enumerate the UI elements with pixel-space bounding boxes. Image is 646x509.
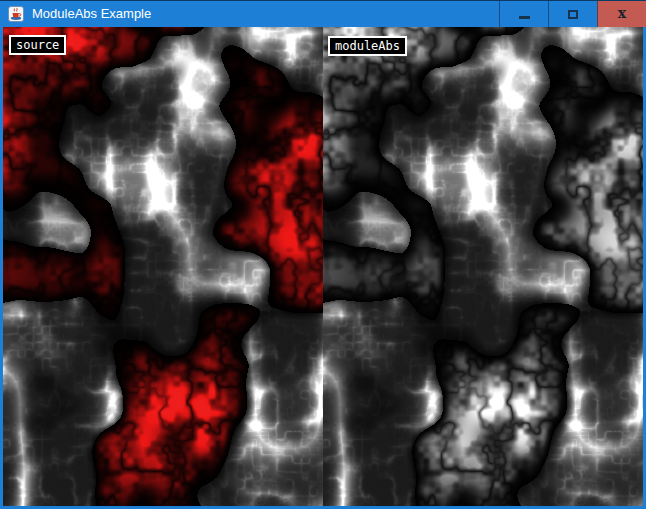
render-area: source moduleAbs: [3, 27, 643, 506]
window-title: ModuleAbs Example: [32, 1, 499, 27]
source-label: source: [9, 35, 66, 55]
moduleabs-label: moduleAbs: [328, 36, 407, 56]
maximize-icon: [568, 10, 578, 19]
app-window: ModuleAbs Example x source moduleAbs: [0, 0, 646, 509]
titlebar[interactable]: ModuleAbs Example x: [0, 0, 646, 27]
close-icon: x: [618, 6, 626, 20]
noise-images: [3, 27, 643, 506]
maximize-button[interactable]: [548, 1, 597, 27]
window-controls: x: [499, 1, 646, 27]
close-button[interactable]: x: [597, 1, 646, 27]
minimize-icon: [519, 16, 530, 19]
java-app-icon: [8, 6, 24, 22]
minimize-button[interactable]: [499, 1, 548, 27]
